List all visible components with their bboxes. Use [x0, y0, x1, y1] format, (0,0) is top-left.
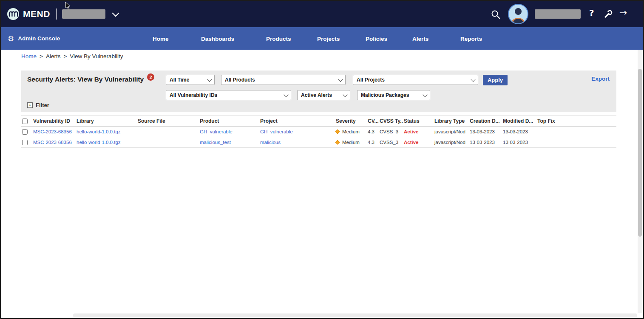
col-severity[interactable]: Severity: [335, 116, 367, 127]
projects-filter-select[interactable]: All Projects: [353, 75, 478, 85]
vulnerability-ids-filter-select[interactable]: All Vulnerability IDs: [166, 90, 291, 100]
breadcrumb-separator: >: [40, 53, 43, 59]
col-vulnerability-id[interactable]: Vulnerability ID: [32, 116, 76, 127]
table-header-row: Vulnerability ID Library Source File Pro…: [21, 116, 616, 127]
mend-logo-icon[interactable]: [7, 8, 20, 20]
breadcrumb-current-page: View By Vulnerability: [70, 53, 123, 59]
creation-date-cell: 13-03-2023: [469, 127, 502, 137]
nav-item-projects[interactable]: Projects: [317, 35, 340, 42]
col-library[interactable]: Library: [76, 116, 137, 127]
help-icon[interactable]: ?: [589, 8, 594, 18]
expand-plus-icon: +: [27, 102, 33, 108]
nav-item-dashboards[interactable]: Dashboards: [201, 35, 234, 42]
vertical-scrollbar-thumb[interactable]: [638, 69, 642, 237]
library-type-cell: javascript/Nod: [434, 127, 469, 137]
time-filter-value: All Time: [170, 77, 189, 83]
product-link[interactable]: GH_vulnerable: [200, 129, 233, 134]
breadcrumb: Home > Alerts > View By Vulnerability: [21, 53, 123, 59]
export-link[interactable]: Export: [591, 76, 610, 82]
chevron-down-icon: [284, 92, 288, 97]
brand-name: MEND: [23, 9, 50, 19]
library-link[interactable]: hello-world-1.0.0.tgz: [77, 129, 121, 134]
top-bar: MEND ?: [1, 1, 643, 27]
top-fix-cell: [536, 127, 616, 137]
page-title: Security Alerts: View By Vulnerability: [27, 74, 144, 85]
top-bar-divider: [56, 8, 57, 20]
col-status[interactable]: Status: [403, 116, 434, 127]
wrench-icon[interactable]: [603, 9, 613, 21]
app-window: MEND ?: [0, 0, 644, 319]
vulnerability-id-link[interactable]: MSC-2023-68356: [33, 129, 72, 134]
row-checkbox[interactable]: [22, 140, 28, 145]
project-link[interactable]: GH_vulnerable: [260, 129, 293, 134]
alert-type-filter-select[interactable]: Malicious Packages: [357, 90, 430, 100]
alerts-table: Vulnerability ID Library Source File Pro…: [21, 116, 616, 148]
breadcrumb-separator: >: [63, 53, 67, 59]
source-file-cell: [137, 127, 199, 137]
col-cvss[interactable]: CV...: [367, 116, 379, 127]
select-all-checkbox[interactable]: [22, 119, 28, 124]
row-checkbox[interactable]: [22, 129, 28, 135]
logout-arrow-icon[interactable]: →: [619, 7, 627, 18]
modified-date-cell: 13-03-2023: [502, 137, 536, 148]
product-link[interactable]: malicious_test: [200, 140, 231, 145]
library-link[interactable]: hello-world-1.0.0.tgz: [77, 140, 121, 145]
security-alerts-panel: Security Alerts: View By Vulnerability 2…: [21, 71, 616, 148]
chevron-down-icon: [471, 77, 475, 82]
nav-item-products[interactable]: Products: [266, 35, 291, 42]
library-type-cell: javascript/Nod: [434, 137, 469, 148]
nav-item-home[interactable]: Home: [153, 35, 169, 42]
nav-item-policies[interactable]: Policies: [366, 35, 387, 42]
top-bar-left: MEND: [1, 8, 118, 20]
table-row[interactable]: MSC-2023-68356 hello-world-1.0.0.tgz GH_…: [21, 127, 616, 137]
alert-status-filter-value: Active Alerts: [301, 92, 332, 98]
filter-expander[interactable]: + Filter: [27, 102, 49, 108]
user-avatar[interactable]: [508, 4, 528, 24]
horizontal-scrollbar[interactable]: [73, 313, 637, 317]
alert-type-filter-value: Malicious Packages: [361, 92, 409, 98]
time-filter-select[interactable]: All Time: [166, 75, 215, 85]
status-badge: Active: [404, 129, 419, 134]
alert-count-badge: 2: [147, 73, 154, 81]
creation-date-cell: 13-03-2023: [469, 137, 502, 148]
nav-item-reports[interactable]: Reports: [460, 35, 482, 42]
nav-item-alerts[interactable]: Alerts: [412, 35, 428, 42]
breadcrumb-home[interactable]: Home: [21, 53, 37, 59]
top-fix-cell: [536, 137, 616, 148]
col-product[interactable]: Product: [199, 116, 259, 127]
chevron-down-icon[interactable]: [112, 10, 119, 17]
col-creation-date[interactable]: Creation D...: [469, 116, 502, 127]
status-badge: Active: [404, 140, 419, 145]
products-filter-select[interactable]: All Products: [221, 75, 346, 85]
apply-button[interactable]: Apply: [483, 75, 508, 85]
filter-label: Filter: [36, 102, 49, 108]
mouse-cursor: [65, 2, 71, 12]
col-modified-date[interactable]: Modified D...: [502, 116, 536, 127]
chevron-down-icon: [423, 92, 427, 97]
cvss-score-cell: 4.3: [367, 127, 379, 137]
col-cvss-type[interactable]: CVSS Ty...: [379, 116, 403, 127]
panel-header: Security Alerts: View By Vulnerability 2…: [21, 71, 616, 112]
chevron-down-icon: [338, 77, 343, 82]
chevron-down-icon: [207, 77, 212, 82]
user-name-redacted[interactable]: [535, 9, 581, 19]
cvss-type-cell: CVSS_3: [379, 127, 403, 137]
vulnerability-ids-filter-value: All Vulnerability IDs: [170, 92, 217, 98]
project-link[interactable]: malicious: [260, 140, 281, 145]
severity-medium-icon: [335, 140, 340, 145]
cvss-score-cell: 4.3: [367, 137, 379, 148]
col-library-type[interactable]: Library Type: [434, 116, 469, 127]
source-file-cell: [137, 137, 199, 148]
vulnerability-id-link[interactable]: MSC-2023-68356: [33, 140, 72, 145]
breadcrumb-alerts[interactable]: Alerts: [46, 53, 61, 59]
projects-filter-value: All Projects: [357, 77, 385, 83]
col-source-file[interactable]: Source File: [137, 116, 199, 127]
alert-status-filter-select[interactable]: Active Alerts: [297, 90, 350, 100]
col-top-fix[interactable]: Top Fix: [536, 116, 616, 127]
col-project[interactable]: Project: [259, 116, 335, 127]
search-icon[interactable]: [491, 9, 501, 21]
severity-label: Medium: [342, 129, 360, 134]
vertical-scrollbar[interactable]: [638, 50, 642, 313]
table-row[interactable]: MSC-2023-68356 hello-world-1.0.0.tgz mal…: [21, 137, 616, 148]
admin-console-link[interactable]: ⚙ Admin Console: [8, 34, 60, 43]
